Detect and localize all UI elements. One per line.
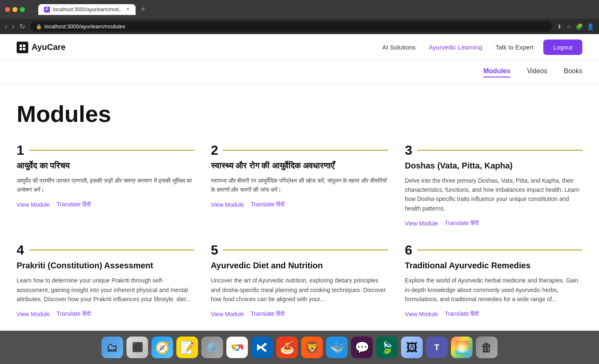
dock-safari[interactable]: 🧭 <box>151 337 173 344</box>
module-card-1: 1 आयुर्वेद का परिचय आयुर्वेद की प्राचीन … <box>17 144 194 227</box>
refresh-button[interactable]: ↻ <box>20 22 25 30</box>
tab-close-icon[interactable]: ✕ <box>126 7 130 12</box>
browser-toolbar-icons: ⬆ ☆ 🧩 👤 <box>557 23 594 30</box>
module-actions-1: View Module Translate हिंदी <box>17 201 194 208</box>
module-title-5: Ayurvedic Diet and Nutrition <box>211 260 389 271</box>
translate-module-3[interactable]: Translate हिंदी <box>445 220 479 227</box>
app-wrapper: AyuCare AI Solutions Ayurvedic Learning … <box>0 34 599 344</box>
module-number-row-4: 4 <box>17 243 194 257</box>
dock-finder[interactable]: 🗂 <box>101 337 123 344</box>
main-content: Modules 1 आयुर्वेद का परिचय आयुर्वेद की … <box>0 84 599 317</box>
module-divider-3 <box>417 150 582 151</box>
module-number-2: 2 <box>211 144 218 157</box>
view-module-1[interactable]: View Module <box>17 201 50 208</box>
browser-titlebar: P localhost:3000/ayurlearn/mod... ✕ + <box>0 0 599 19</box>
translate-module-5[interactable]: Translate हिंदी <box>251 310 285 317</box>
nav-talk-to-expert[interactable]: Talk to Expert <box>495 44 533 51</box>
sub-nav: Modules Videos Books <box>0 61 599 84</box>
back-button[interactable]: ‹ <box>5 23 7 30</box>
close-button[interactable] <box>5 7 10 12</box>
module-actions-5: View Module Translate हिंदी <box>211 310 389 317</box>
translate-module-4[interactable]: Translate हिंदी <box>57 310 91 317</box>
dock-slack[interactable]: 💬 <box>351 337 373 344</box>
minimize-button[interactable] <box>12 7 17 12</box>
module-actions-6: View Module Translate हिंदी <box>405 310 582 317</box>
subnav-videos[interactable]: Videos <box>527 67 547 77</box>
module-number-row-5: 5 <box>211 243 389 257</box>
view-module-4[interactable]: View Module <box>17 311 50 317</box>
modules-grid: 1 आयुर्वेद का परिचय आयुर्वेद की प्राचीन … <box>17 144 582 318</box>
view-module-6[interactable]: View Module <box>405 311 438 317</box>
forward-button[interactable]: › <box>12 23 14 30</box>
svg-rect-0 <box>20 45 22 47</box>
module-divider-5 <box>223 250 388 250</box>
dock-launchpad[interactable]: ⬛ <box>126 337 148 344</box>
extension-icon[interactable]: 🧩 <box>576 23 583 30</box>
translate-module-2[interactable]: Translate हिंदी <box>251 201 285 208</box>
tab-title: localhost:3000/ayurlearn/mod... <box>53 7 123 12</box>
module-divider-2 <box>223 150 388 151</box>
dock-brave[interactable]: 🦁 <box>301 337 323 344</box>
logo-area: AyuCare <box>17 42 66 53</box>
svg-rect-2 <box>20 48 22 50</box>
active-tab[interactable]: P localhost:3000/ayurlearn/mod... ✕ <box>38 4 136 15</box>
module-desc-1: आयुर्वेद की प्राचीन उपचार प्रणाली, इसकी … <box>17 176 194 195</box>
module-number-3: 3 <box>405 144 412 157</box>
nav-ayurvedic-learning[interactable]: Ayurvedic Learning <box>429 44 482 51</box>
tab-bar: P localhost:3000/ayurlearn/mod... ✕ + <box>33 3 594 15</box>
module-divider-4 <box>29 250 194 250</box>
translate-module-1[interactable]: Translate हिंदी <box>57 201 91 208</box>
module-desc-2: स्वास्थ्य और बीमारी पर आयुर्वेदिक परिप्र… <box>211 176 389 195</box>
module-actions-3: View Module Translate हिंदी <box>405 220 582 227</box>
view-module-5[interactable]: View Module <box>211 311 244 317</box>
dock-system-settings[interactable]: ⚙️ <box>201 337 223 344</box>
dock-photos[interactable]: 🌅 <box>451 337 473 344</box>
module-card-5: 5 Ayurvedic Diet and Nutrition Uncover t… <box>211 243 389 317</box>
dock-vscode[interactable] <box>251 337 273 344</box>
fullscreen-button[interactable] <box>20 7 25 12</box>
dock-pasta[interactable]: 🍝 <box>276 337 298 344</box>
module-desc-3: Delve into the three primary Doshas, Vat… <box>405 176 582 213</box>
module-number-row-3: 3 <box>405 144 582 157</box>
module-title-2: स्वास्थ्य और रोग की आयुर्वेदिक अवधारणाएँ <box>211 160 389 171</box>
subnav-modules[interactable]: Modules <box>483 67 510 77</box>
dock-chrome[interactable] <box>226 337 248 344</box>
module-number-4: 4 <box>17 243 24 257</box>
dock-trash[interactable]: 🗑 <box>476 337 498 344</box>
nav-ai-solutions[interactable]: AI Solutions <box>382 44 416 51</box>
svg-marker-6 <box>260 343 267 344</box>
module-card-4: 4 Prakriti (Constitution) Assessment Lea… <box>17 243 194 317</box>
module-divider-6 <box>417 250 582 250</box>
svg-rect-3 <box>23 48 25 50</box>
profile-icon[interactable]: 👤 <box>587 23 594 30</box>
module-actions-4: View Module Translate हिंदी <box>17 310 194 317</box>
module-number-5: 5 <box>211 243 218 257</box>
dock-docker[interactable]: 🐳 <box>326 337 348 344</box>
module-title-3: Doshas (Vata, Pitta, Kapha) <box>405 160 582 171</box>
view-module-3[interactable]: View Module <box>405 220 438 227</box>
dock-teams[interactable]: T <box>426 337 448 344</box>
bookmark-icon[interactable]: ☆ <box>566 23 572 30</box>
dock-notes[interactable]: 📝 <box>176 337 198 344</box>
share-icon[interactable]: ⬆ <box>557 23 562 30</box>
url-bar[interactable]: 🔒 localhost:3000/ayurlearn/modules <box>30 21 552 32</box>
url-text: localhost:3000/ayurlearn/modules <box>45 23 125 30</box>
module-desc-4: Learn how to determine your unique Prakr… <box>17 276 194 304</box>
dock-mongodb[interactable]: 🍃 <box>376 337 398 344</box>
nav-links: AI Solutions Ayurvedic Learning Talk to … <box>382 44 533 51</box>
navbar: AyuCare AI Solutions Ayurvedic Learning … <box>0 34 599 61</box>
module-desc-5: Uncover the art of Ayurvedic nutrition, … <box>211 276 389 304</box>
logout-button[interactable]: Logout <box>543 40 582 55</box>
subnav-books[interactable]: Books <box>564 67 582 77</box>
module-card-2: 2 स्वास्थ्य और रोग की आयुर्वेदिक अवधारणा… <box>211 144 389 227</box>
page-title: Modules <box>17 101 582 127</box>
module-desc-6: Explore the world of Ayurvedic herbal me… <box>405 276 582 304</box>
lock-icon: 🔒 <box>36 24 42 30</box>
module-card-3: 3 Doshas (Vata, Pitta, Kapha) Delve into… <box>405 144 582 227</box>
new-tab-button[interactable]: + <box>137 3 149 15</box>
view-module-2[interactable]: View Module <box>211 201 244 208</box>
translate-module-6[interactable]: Translate हिंदी <box>445 310 479 317</box>
module-title-1: आयुर्वेद का परिचय <box>17 160 194 171</box>
dock-preview[interactable]: 🖼 <box>401 337 423 344</box>
module-number-row-1: 1 <box>17 144 194 157</box>
